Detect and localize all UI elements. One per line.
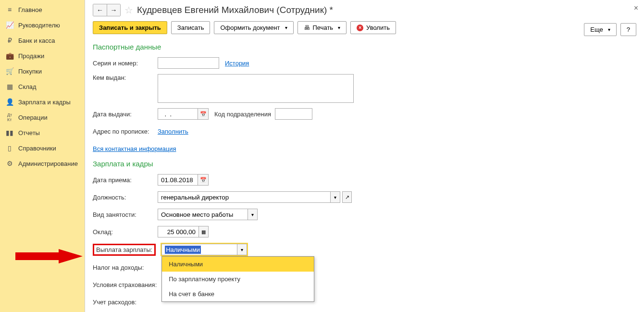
- book-icon: ▯: [6, 144, 13, 152]
- employment-input[interactable]: [158, 209, 248, 220]
- sidebar-item-label: Банк и касса: [18, 37, 55, 44]
- sidebar-item-main[interactable]: ≡Главное: [0, 2, 85, 17]
- briefcase-icon: 💼: [6, 52, 13, 60]
- nav-buttons: ← →: [93, 4, 121, 16]
- calendar-button[interactable]: 📅: [198, 174, 209, 186]
- sidebar-item-purchases[interactable]: 🛒Покупки: [0, 63, 85, 79]
- print-button[interactable]: 🖶Печать: [297, 21, 347, 34]
- sidebar-item-label: Покупки: [18, 68, 42, 75]
- more-button[interactable]: Еще: [584, 23, 616, 36]
- save-close-button[interactable]: Записать и закрыть: [93, 21, 167, 34]
- payout-input[interactable]: Наличными: [161, 244, 237, 255]
- insurance-label: Условия страхования:: [93, 281, 162, 288]
- sidebar-item-label: Администрирование: [18, 160, 78, 167]
- sidebar-item-label: Справочники: [18, 145, 56, 152]
- menu-icon: ≡: [6, 6, 13, 13]
- position-input[interactable]: [158, 191, 331, 203]
- dropdown-item[interactable]: По зарплатному проекту: [162, 272, 314, 287]
- back-button[interactable]: ←: [93, 4, 107, 16]
- hire-date-input[interactable]: [158, 174, 198, 186]
- sidebar-item-sales[interactable]: 💼Продажи: [0, 48, 85, 63]
- sidebar-item-admin[interactable]: ⚙Администрирование: [0, 156, 85, 171]
- arrow-icon: [15, 249, 83, 263]
- expenses-label: Учет расходов:: [93, 299, 158, 306]
- toolbar: Записать и закрыть Записать Оформить док…: [93, 21, 636, 34]
- serial-input[interactable]: [158, 57, 219, 69]
- close-button[interactable]: ×: [634, 4, 638, 12]
- person-icon: 👤: [6, 98, 13, 106]
- issue-date-label: Дата выдачи:: [93, 111, 158, 118]
- open-ref-button[interactable]: ↗: [342, 191, 352, 203]
- print-icon: 🖶: [304, 24, 310, 31]
- salary-label: Оклад:: [93, 228, 158, 236]
- position-label: Должность:: [93, 194, 158, 201]
- sidebar-item-warehouse[interactable]: ▦Склад: [0, 79, 85, 94]
- issued-by-label: Кем выдан:: [93, 74, 158, 81]
- annotation-arrow: [15, 249, 83, 265]
- dept-code-input[interactable]: [275, 108, 312, 120]
- dk-icon: ДтКт: [6, 113, 13, 121]
- boxes-icon: ▦: [6, 83, 13, 90]
- sidebar-item-bank[interactable]: ₽Банк и касса: [0, 33, 85, 48]
- sidebar-item-payroll[interactable]: 👤Зарплата и кадры: [0, 94, 85, 110]
- sidebar-item-label: Отчеты: [18, 129, 40, 137]
- calendar-button[interactable]: 📅: [198, 108, 209, 120]
- sidebar-item-reports[interactable]: ▮▮Отчеты: [0, 125, 85, 140]
- page-title: Кудревцев Евгений Михайлович (Сотрудник)…: [137, 5, 333, 15]
- issue-date-input[interactable]: [158, 108, 198, 120]
- dropdown-item[interactable]: Наличными: [162, 257, 314, 272]
- salary-input[interactable]: [158, 226, 199, 237]
- sidebar-item-references[interactable]: ▯Справочники: [0, 140, 85, 156]
- payout-label: Выплата зарплаты:: [96, 246, 152, 253]
- reg-addr-label: Адрес по прописке:: [93, 128, 158, 135]
- employment-label: Вид занятости:: [93, 211, 158, 218]
- sidebar-item-label: Операции: [18, 114, 48, 121]
- svg-marker-0: [15, 249, 83, 263]
- dropdown-button[interactable]: ▾: [248, 209, 258, 220]
- payout-dropdown: Наличными По зарплатному проекту На счет…: [161, 256, 314, 302]
- create-doc-button[interactable]: Оформить документ: [214, 21, 293, 34]
- calc-button[interactable]: ▦: [199, 226, 209, 237]
- favorite-star-icon[interactable]: ☆: [124, 4, 133, 16]
- gear-icon: ⚙: [6, 160, 13, 167]
- chart-icon: 📈: [6, 21, 13, 29]
- fire-button[interactable]: ×Уволить: [350, 21, 396, 34]
- payout-label-highlight: Выплата зарплаты:: [93, 244, 156, 256]
- sidebar-item-label: Руководителю: [18, 22, 60, 29]
- history-link[interactable]: История: [225, 60, 249, 67]
- right-toolbar: Еще ?: [584, 23, 636, 36]
- save-button[interactable]: Записать: [171, 21, 211, 34]
- sidebar-item-manager[interactable]: 📈Руководителю: [0, 17, 85, 33]
- sidebar-item-label: Главное: [18, 6, 42, 13]
- main-content: × ← → ☆ Кудревцев Евгений Михайлович (Со…: [85, 0, 644, 312]
- sidebar-item-label: Продажи: [18, 52, 44, 60]
- dropdown-button[interactable]: ▾: [237, 244, 247, 255]
- section-payroll: Зарплата и кадры: [93, 160, 636, 168]
- sidebar: ≡Главное 📈Руководителю ₽Банк и касса 💼Пр…: [0, 0, 85, 312]
- tax-label: Налог на доходы:: [93, 264, 158, 271]
- bars-icon: ▮▮: [6, 129, 13, 137]
- help-button[interactable]: ?: [620, 23, 636, 36]
- fill-link[interactable]: Заполнить: [158, 128, 188, 135]
- all-contacts-link[interactable]: Вся контактная информация: [93, 145, 176, 152]
- forward-button[interactable]: →: [107, 4, 120, 16]
- dept-code-label: Код подразделения: [214, 111, 271, 118]
- section-passport: Паспортные данные: [93, 43, 636, 51]
- sidebar-item-label: Склад: [18, 83, 37, 90]
- cart-icon: 🛒: [6, 67, 13, 75]
- header: ← → ☆ Кудревцев Евгений Михайлович (Сотр…: [93, 4, 636, 16]
- hire-date-label: Дата приема:: [93, 176, 158, 184]
- ruble-icon: ₽: [6, 37, 13, 44]
- dropdown-item[interactable]: На счет в банке: [162, 287, 314, 301]
- fire-icon: ×: [357, 25, 363, 31]
- dropdown-button[interactable]: ▾: [331, 191, 340, 203]
- issued-by-input[interactable]: [158, 74, 354, 103]
- serial-label: Серия и номер:: [93, 60, 158, 67]
- sidebar-item-label: Зарплата и кадры: [18, 99, 71, 106]
- sidebar-item-operations[interactable]: ДтКтОперации: [0, 110, 85, 125]
